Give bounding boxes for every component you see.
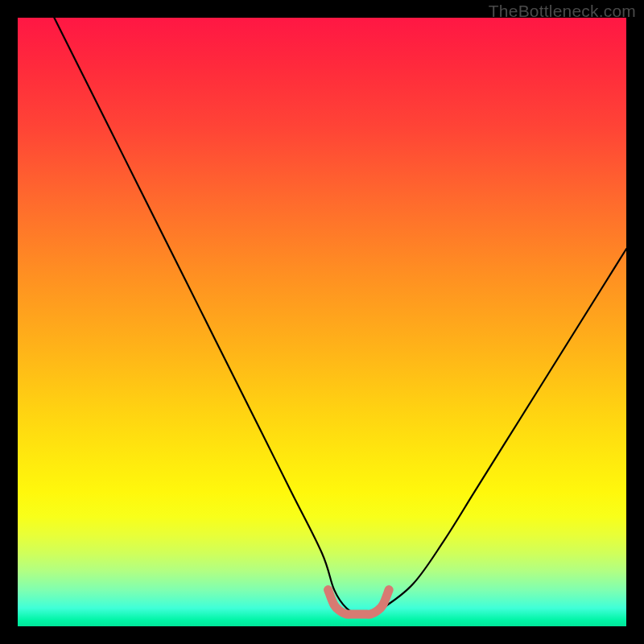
bottleneck-curve-path — [54, 18, 626, 615]
plot-background — [18, 18, 626, 626]
chart-frame: TheBottleneck.com — [0, 0, 644, 644]
chart-svg — [18, 18, 626, 626]
optimal-range-marker-path — [328, 590, 390, 615]
